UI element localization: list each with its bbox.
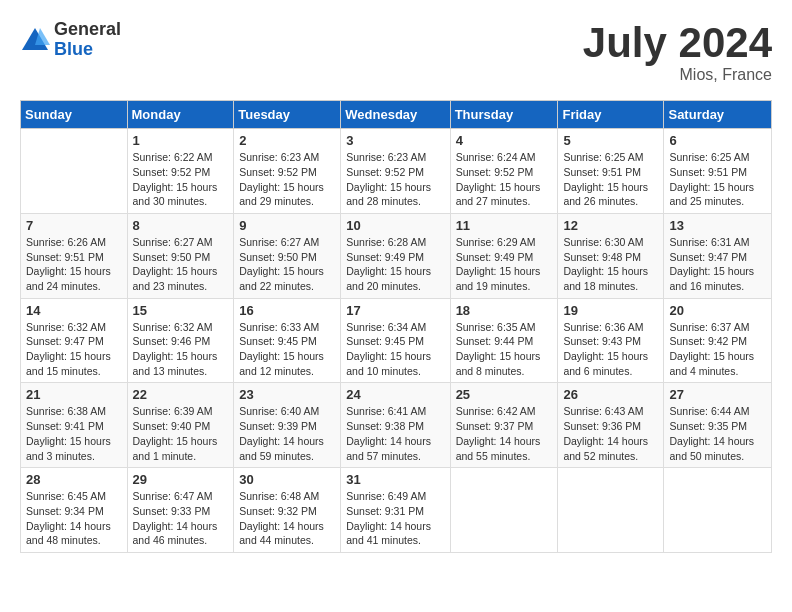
day-info: Sunrise: 6:44 AMSunset: 9:35 PMDaylight:…: [669, 405, 754, 461]
day-info: Sunrise: 6:38 AMSunset: 9:41 PMDaylight:…: [26, 405, 111, 461]
calendar-week-row: 28 Sunrise: 6:45 AMSunset: 9:34 PMDaylig…: [21, 468, 772, 553]
day-number: 20: [669, 303, 766, 318]
calendar-week-row: 14 Sunrise: 6:32 AMSunset: 9:47 PMDaylig…: [21, 298, 772, 383]
calendar-cell: 21 Sunrise: 6:38 AMSunset: 9:41 PMDaylig…: [21, 383, 128, 468]
day-number: 31: [346, 472, 444, 487]
day-number: 25: [456, 387, 553, 402]
calendar-cell: 19 Sunrise: 6:36 AMSunset: 9:43 PMDaylig…: [558, 298, 664, 383]
day-info: Sunrise: 6:32 AMSunset: 9:46 PMDaylight:…: [133, 321, 218, 377]
day-info: Sunrise: 6:37 AMSunset: 9:42 PMDaylight:…: [669, 321, 754, 377]
calendar-cell: 7 Sunrise: 6:26 AMSunset: 9:51 PMDayligh…: [21, 213, 128, 298]
day-number: 26: [563, 387, 658, 402]
calendar-cell: [21, 129, 128, 214]
calendar-cell: 11 Sunrise: 6:29 AMSunset: 9:49 PMDaylig…: [450, 213, 558, 298]
day-number: 8: [133, 218, 229, 233]
day-info: Sunrise: 6:39 AMSunset: 9:40 PMDaylight:…: [133, 405, 218, 461]
day-number: 1: [133, 133, 229, 148]
day-number: 14: [26, 303, 122, 318]
calendar-cell: 20 Sunrise: 6:37 AMSunset: 9:42 PMDaylig…: [664, 298, 772, 383]
day-info: Sunrise: 6:45 AMSunset: 9:34 PMDaylight:…: [26, 490, 111, 546]
logo-blue: Blue: [54, 40, 121, 60]
day-info: Sunrise: 6:24 AMSunset: 9:52 PMDaylight:…: [456, 151, 541, 207]
calendar-cell: 17 Sunrise: 6:34 AMSunset: 9:45 PMDaylig…: [341, 298, 450, 383]
logo-icon: [20, 25, 50, 55]
day-number: 4: [456, 133, 553, 148]
day-number: 18: [456, 303, 553, 318]
calendar-cell: 16 Sunrise: 6:33 AMSunset: 9:45 PMDaylig…: [234, 298, 341, 383]
calendar-cell: [558, 468, 664, 553]
day-number: 29: [133, 472, 229, 487]
calendar-cell: 13 Sunrise: 6:31 AMSunset: 9:47 PMDaylig…: [664, 213, 772, 298]
day-info: Sunrise: 6:29 AMSunset: 9:49 PMDaylight:…: [456, 236, 541, 292]
calendar-cell: 3 Sunrise: 6:23 AMSunset: 9:52 PMDayligh…: [341, 129, 450, 214]
day-number: 15: [133, 303, 229, 318]
day-number: 6: [669, 133, 766, 148]
day-number: 21: [26, 387, 122, 402]
calendar-cell: 30 Sunrise: 6:48 AMSunset: 9:32 PMDaylig…: [234, 468, 341, 553]
logo-text: General Blue: [54, 20, 121, 60]
calendar-cell: 4 Sunrise: 6:24 AMSunset: 9:52 PMDayligh…: [450, 129, 558, 214]
day-number: 27: [669, 387, 766, 402]
day-info: Sunrise: 6:41 AMSunset: 9:38 PMDaylight:…: [346, 405, 431, 461]
header-day: Saturday: [664, 101, 772, 129]
day-number: 16: [239, 303, 335, 318]
calendar-table: SundayMondayTuesdayWednesdayThursdayFrid…: [20, 100, 772, 553]
calendar-cell: 14 Sunrise: 6:32 AMSunset: 9:47 PMDaylig…: [21, 298, 128, 383]
calendar-cell: 9 Sunrise: 6:27 AMSunset: 9:50 PMDayligh…: [234, 213, 341, 298]
day-info: Sunrise: 6:23 AMSunset: 9:52 PMDaylight:…: [239, 151, 324, 207]
header-row: SundayMondayTuesdayWednesdayThursdayFrid…: [21, 101, 772, 129]
calendar-cell: [450, 468, 558, 553]
day-info: Sunrise: 6:42 AMSunset: 9:37 PMDaylight:…: [456, 405, 541, 461]
day-info: Sunrise: 6:40 AMSunset: 9:39 PMDaylight:…: [239, 405, 324, 461]
day-info: Sunrise: 6:27 AMSunset: 9:50 PMDaylight:…: [239, 236, 324, 292]
day-info: Sunrise: 6:27 AMSunset: 9:50 PMDaylight:…: [133, 236, 218, 292]
day-info: Sunrise: 6:34 AMSunset: 9:45 PMDaylight:…: [346, 321, 431, 377]
day-number: 13: [669, 218, 766, 233]
location: Mios, France: [583, 66, 772, 84]
header-day: Tuesday: [234, 101, 341, 129]
day-info: Sunrise: 6:33 AMSunset: 9:45 PMDaylight:…: [239, 321, 324, 377]
header-day: Friday: [558, 101, 664, 129]
calendar-cell: 10 Sunrise: 6:28 AMSunset: 9:49 PMDaylig…: [341, 213, 450, 298]
header-day: Wednesday: [341, 101, 450, 129]
calendar-cell: 22 Sunrise: 6:39 AMSunset: 9:40 PMDaylig…: [127, 383, 234, 468]
calendar-cell: 23 Sunrise: 6:40 AMSunset: 9:39 PMDaylig…: [234, 383, 341, 468]
header-day: Sunday: [21, 101, 128, 129]
calendar-cell: 24 Sunrise: 6:41 AMSunset: 9:38 PMDaylig…: [341, 383, 450, 468]
day-number: 9: [239, 218, 335, 233]
calendar-week-row: 1 Sunrise: 6:22 AMSunset: 9:52 PMDayligh…: [21, 129, 772, 214]
day-info: Sunrise: 6:32 AMSunset: 9:47 PMDaylight:…: [26, 321, 111, 377]
day-info: Sunrise: 6:28 AMSunset: 9:49 PMDaylight:…: [346, 236, 431, 292]
day-number: 23: [239, 387, 335, 402]
calendar-cell: 1 Sunrise: 6:22 AMSunset: 9:52 PMDayligh…: [127, 129, 234, 214]
calendar-cell: 8 Sunrise: 6:27 AMSunset: 9:50 PMDayligh…: [127, 213, 234, 298]
day-number: 5: [563, 133, 658, 148]
day-number: 7: [26, 218, 122, 233]
day-info: Sunrise: 6:31 AMSunset: 9:47 PMDaylight:…: [669, 236, 754, 292]
calendar-cell: [664, 468, 772, 553]
calendar-cell: 18 Sunrise: 6:35 AMSunset: 9:44 PMDaylig…: [450, 298, 558, 383]
day-info: Sunrise: 6:35 AMSunset: 9:44 PMDaylight:…: [456, 321, 541, 377]
day-number: 2: [239, 133, 335, 148]
day-number: 11: [456, 218, 553, 233]
calendar-cell: 12 Sunrise: 6:30 AMSunset: 9:48 PMDaylig…: [558, 213, 664, 298]
day-info: Sunrise: 6:23 AMSunset: 9:52 PMDaylight:…: [346, 151, 431, 207]
calendar-cell: 6 Sunrise: 6:25 AMSunset: 9:51 PMDayligh…: [664, 129, 772, 214]
day-info: Sunrise: 6:47 AMSunset: 9:33 PMDaylight:…: [133, 490, 218, 546]
calendar-cell: 28 Sunrise: 6:45 AMSunset: 9:34 PMDaylig…: [21, 468, 128, 553]
day-info: Sunrise: 6:48 AMSunset: 9:32 PMDaylight:…: [239, 490, 324, 546]
calendar-cell: 25 Sunrise: 6:42 AMSunset: 9:37 PMDaylig…: [450, 383, 558, 468]
day-info: Sunrise: 6:25 AMSunset: 9:51 PMDaylight:…: [563, 151, 648, 207]
calendar-cell: 29 Sunrise: 6:47 AMSunset: 9:33 PMDaylig…: [127, 468, 234, 553]
day-info: Sunrise: 6:30 AMSunset: 9:48 PMDaylight:…: [563, 236, 648, 292]
page-header: General Blue July 2024 Mios, France: [20, 20, 772, 84]
day-info: Sunrise: 6:26 AMSunset: 9:51 PMDaylight:…: [26, 236, 111, 292]
day-number: 10: [346, 218, 444, 233]
day-info: Sunrise: 6:36 AMSunset: 9:43 PMDaylight:…: [563, 321, 648, 377]
header-day: Monday: [127, 101, 234, 129]
calendar-cell: 2 Sunrise: 6:23 AMSunset: 9:52 PMDayligh…: [234, 129, 341, 214]
calendar-cell: 27 Sunrise: 6:44 AMSunset: 9:35 PMDaylig…: [664, 383, 772, 468]
day-info: Sunrise: 6:49 AMSunset: 9:31 PMDaylight:…: [346, 490, 431, 546]
day-info: Sunrise: 6:43 AMSunset: 9:36 PMDaylight:…: [563, 405, 648, 461]
day-number: 24: [346, 387, 444, 402]
